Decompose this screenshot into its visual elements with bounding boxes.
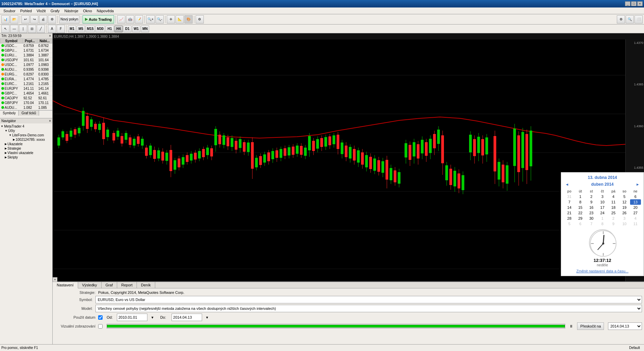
calendar-day[interactable]: 25 xyxy=(608,210,619,216)
tab-graf-ticku[interactable]: Graf ticků xyxy=(19,111,39,116)
calendar-day[interactable]: 15 xyxy=(575,205,586,210)
calendar-day[interactable]: 3 xyxy=(619,216,630,221)
toolbar-extra2[interactable]: ⬜ xyxy=(634,15,643,23)
tab-symboly[interactable]: Symboly xyxy=(0,111,19,116)
toolbar-settings[interactable]: ⚙ xyxy=(196,15,204,23)
watch-row[interactable]: GBPC... 1.4654 1.4661 xyxy=(0,91,52,96)
toolbar-indicators[interactable]: 📈 xyxy=(117,15,125,23)
symbol-select[interactable]: EURUSD, Euro vs US Dollar xyxy=(95,296,642,303)
menu-okno[interactable]: Okno xyxy=(81,8,94,14)
toolbar-zoom-in[interactable]: 🔍+ xyxy=(146,15,155,23)
auto-trading-button[interactable]: ▶ Auto Trading xyxy=(83,15,114,23)
cal-prev[interactable]: ◄ xyxy=(564,182,570,186)
watch-row[interactable]: GBPJPY 170.04 170.11 xyxy=(0,101,52,105)
toolbar-undo[interactable]: ↩ xyxy=(21,15,30,23)
change-datetime-link[interactable]: Změnit nastavení data a času... xyxy=(576,269,628,273)
toolbar-vline[interactable]: | xyxy=(19,25,27,33)
nav-tree-item[interactable]: ▶1002124785: xxxxx xyxy=(1,137,52,142)
toolbar-text[interactable]: A xyxy=(48,25,56,33)
toolbar-line[interactable]: — xyxy=(10,25,18,33)
timeframe-h4[interactable]: H4 xyxy=(114,26,123,32)
cal-next[interactable]: ► xyxy=(634,182,641,186)
restore-button[interactable]: □ xyxy=(631,1,637,6)
tab-vysledky[interactable]: Výsledky xyxy=(78,282,102,288)
watch-row[interactable]: EURG... 0.8297 0.8300 xyxy=(0,72,52,77)
timeframe-mn[interactable]: MN xyxy=(141,26,149,32)
nav-tree-item[interactable]: ▶Ukazatele xyxy=(1,142,52,146)
toolbar-trendline[interactable]: ╱ xyxy=(37,25,45,33)
calendar-day[interactable]: 4 xyxy=(608,194,619,199)
visual-checkbox[interactable] xyxy=(98,324,103,329)
calendar-day[interactable]: 20 xyxy=(630,205,641,210)
calendar-day[interactable]: 1 xyxy=(575,194,586,199)
date-to-input[interactable] xyxy=(172,314,202,321)
nav-tree-item[interactable]: ▼LiteForex-Demo.com xyxy=(1,133,52,137)
calendar-day[interactable]: 31 xyxy=(564,194,575,199)
timeframe-w1[interactable]: W1 xyxy=(132,26,140,32)
toolbar-extra1[interactable]: ⚙ xyxy=(617,15,625,23)
tester-close-button[interactable]: × xyxy=(53,277,57,282)
toolbar-fibonacci[interactable]: F xyxy=(57,25,65,33)
tab-graf[interactable]: Graf xyxy=(102,282,117,288)
toolbar-script[interactable]: 📝 xyxy=(135,15,143,23)
toolbar-new-chart[interactable]: 📊 xyxy=(1,15,10,23)
calendar-day[interactable]: 2 xyxy=(608,216,619,221)
menu-nastroje[interactable]: Nástroje xyxy=(62,8,80,14)
skip-date-select[interactable]: 2014.04.13 xyxy=(608,322,642,330)
toolbar-zoom-out[interactable]: 🔍- xyxy=(156,15,164,23)
calendar-day[interactable]: 4 xyxy=(630,216,641,221)
timeframe-h1[interactable]: H1 xyxy=(106,26,114,32)
calendar-day[interactable]: 19 xyxy=(619,205,630,210)
calendar-day[interactable]: 17 xyxy=(597,205,608,210)
pause-button-icon[interactable]: ⏸ xyxy=(569,324,573,328)
watch-row[interactable]: AUDU... 0.9395 0.9398 xyxy=(0,67,52,72)
calendar-day[interactable]: 13 xyxy=(630,199,641,205)
calendar-day[interactable]: 12 xyxy=(619,199,630,205)
calendar-day[interactable]: 6 xyxy=(630,194,641,199)
menu-soubor[interactable]: Soubor xyxy=(1,8,17,14)
navigator-close[interactable]: × xyxy=(49,119,51,123)
calendar-day[interactable]: 9 xyxy=(608,221,619,227)
timeframe-m15[interactable]: M15 xyxy=(86,26,95,32)
watch-row[interactable]: GBPU... 1.6731 1.6734 xyxy=(0,48,52,53)
timeframe-m30[interactable]: M30 xyxy=(95,26,105,32)
calendar-day[interactable]: 22 xyxy=(575,210,586,216)
calendar-day[interactable]: 23 xyxy=(586,210,597,216)
use-date-checkbox[interactable] xyxy=(98,315,103,320)
skip-button[interactable]: Přeskočit na xyxy=(577,322,604,330)
toolbar-color[interactable]: 🎨 xyxy=(184,15,193,23)
calendar-day[interactable]: 6 xyxy=(575,221,586,227)
tab-report[interactable]: Report xyxy=(117,282,137,288)
calendar-day[interactable]: 3 xyxy=(597,194,608,199)
watch-row[interactable]: EURC... 1.2161 1.2165 xyxy=(0,82,52,86)
tab-nastaveni[interactable]: Nastavení xyxy=(53,282,78,288)
toolbar-print[interactable]: 🖨 xyxy=(39,15,47,23)
toolbar-crosshair[interactable]: ✛ xyxy=(167,15,175,23)
calendar-day[interactable]: 10 xyxy=(619,221,630,227)
timeframe-m5[interactable]: M5 xyxy=(77,26,85,32)
calendar-day[interactable]: 27 xyxy=(630,210,641,216)
calendar-day[interactable]: 8 xyxy=(597,221,608,227)
nav-tree-item[interactable]: ▼Účty xyxy=(1,129,52,133)
calendar-day[interactable]: 1 xyxy=(597,216,608,221)
calendar-day[interactable]: 29 xyxy=(575,216,586,221)
menu-grafy[interactable]: Grafy xyxy=(49,8,62,14)
menu-vlozit[interactable]: Vložit xyxy=(35,8,48,14)
calendar-day[interactable]: 7 xyxy=(564,199,575,205)
calendar-day[interactable]: 11 xyxy=(630,221,641,227)
calendar-day[interactable]: 8 xyxy=(575,199,586,205)
calendar-day[interactable]: 24 xyxy=(597,210,608,216)
calendar-day[interactable]: 2 xyxy=(586,194,597,199)
toolbar-properties[interactable]: ⚙ xyxy=(48,15,56,23)
watch-row[interactable]: USDC... 0.8759 0.8762 xyxy=(0,44,52,48)
calendar-day[interactable]: 10 xyxy=(597,199,608,205)
nav-tree-item[interactable]: ▶Vlastní ukazatele xyxy=(1,151,52,155)
toolbar-open[interactable]: 📂 xyxy=(10,15,18,23)
menu-napoveda[interactable]: Nápověda xyxy=(95,8,116,14)
calendar-day[interactable]: 11 xyxy=(608,199,619,205)
toolbar-hline[interactable]: ⊟ xyxy=(28,25,36,33)
calendar-day[interactable]: 14 xyxy=(564,205,575,210)
model-select[interactable]: Všechny cenové pohyby (nejpřesnější meto… xyxy=(95,305,642,312)
watch-row[interactable]: CADJPY 92.52 92.61 xyxy=(0,96,52,101)
nav-tree-item[interactable]: ▶Skripty xyxy=(1,155,52,160)
